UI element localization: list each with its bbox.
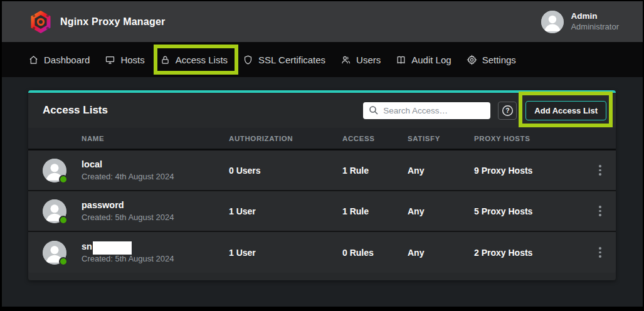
column-header-proxy-hosts: PROXY HOSTS [474, 135, 587, 142]
nav-item-label: Settings [482, 55, 516, 65]
access-list-created: Created: 5th August 2024 [82, 253, 229, 265]
nav-item-ssl-certificates[interactable]: SSL Certificates [243, 55, 325, 65]
access-list-name: local [82, 158, 229, 171]
help-button[interactable]: ? [498, 102, 517, 120]
redaction-box [93, 241, 132, 255]
user-avatar [541, 11, 564, 33]
cell-authorization: 1 User [229, 206, 342, 216]
cell-satisfy: Any [408, 248, 474, 258]
access-list-avatar [43, 199, 66, 223]
status-dot [59, 175, 68, 184]
nav-item-label: Users [356, 55, 381, 65]
nav-item-users[interactable]: Users [340, 55, 381, 65]
access-list-avatar [43, 241, 66, 265]
topbar: Nginx Proxy Manager Admin Administrator [0, 1, 644, 42]
help-icon: ? [502, 105, 514, 117]
nav-item-label: Dashboard [44, 55, 90, 65]
window-edge-left [0, 0, 2, 311]
cell-proxy-hosts: 9 Proxy Hosts [474, 166, 587, 176]
add-access-list-button[interactable]: Add Access List [525, 101, 606, 120]
access-list-name: sn [82, 240, 229, 253]
row-menu-button[interactable] [593, 161, 607, 180]
table-row[interactable]: local Created: 4th August 2024 0 Users 1… [28, 150, 616, 191]
monitor-icon [105, 55, 115, 65]
cell-access: 1 Rule [342, 206, 408, 216]
access-list-avatar [43, 159, 66, 182]
cell-satisfy: Any [408, 206, 474, 216]
cell-proxy-hosts: 5 Proxy Hosts [474, 206, 587, 216]
row-menu-button[interactable] [593, 243, 607, 262]
column-header-authorization: AUTHORIZATION [229, 135, 342, 142]
cell-access: 1 Rule [342, 166, 408, 176]
card-header: Access Lists ? Add Access List [28, 93, 616, 128]
page-content: Access Lists ? Add Access List [0, 77, 644, 307]
nav-item-access-lists[interactable]: Access Lists [160, 55, 228, 65]
status-dot [59, 257, 68, 266]
nginx-proxy-manager-logo-icon [30, 10, 51, 34]
table-header: NAME AUTHORIZATION ACCESS SATISFY PROXY … [28, 128, 616, 150]
svg-text:?: ? [505, 107, 509, 114]
cell-authorization: 1 User [229, 248, 342, 258]
users-icon [340, 55, 351, 65]
gear-icon [467, 55, 477, 65]
column-header-satisfy: SATISFY [408, 135, 474, 142]
window-edge-top [0, 0, 644, 1]
row-menu-button[interactable] [593, 202, 607, 221]
nav-item-label: Hosts [120, 55, 144, 65]
app-window: Nginx Proxy Manager Admin Administrator … [0, 0, 644, 311]
access-list-created: Created: 4th August 2024 [82, 171, 229, 183]
app-title: Nginx Proxy Manager [60, 16, 165, 28]
search-input[interactable] [363, 102, 490, 119]
home-icon [28, 55, 39, 65]
cell-access: 0 Rules [342, 248, 408, 258]
status-dot [59, 216, 68, 224]
search-box [363, 102, 490, 119]
book-icon [396, 55, 406, 65]
nav-item-settings[interactable]: Settings [467, 55, 516, 65]
table-row[interactable]: sn Created: 5th August 2024 1 User 0 Rul… [28, 232, 616, 273]
nav-item-label: Audit Log [411, 55, 451, 65]
cell-proxy-hosts: 2 Proxy Hosts [474, 248, 587, 258]
column-header-name: NAME [82, 135, 229, 142]
brand: Nginx Proxy Manager [30, 10, 165, 34]
window-edge-bottom [0, 307, 644, 311]
shield-icon [243, 55, 253, 65]
nav-item-label: Access Lists [176, 55, 228, 65]
nav-item-hosts[interactable]: Hosts [105, 55, 144, 65]
table-row[interactable]: password Created: 5th August 2024 1 User… [28, 191, 616, 232]
search-icon [369, 105, 379, 115]
nav-item-audit-log[interactable]: Audit Log [396, 55, 451, 65]
access-lists-card: Access Lists ? Add Access List [28, 90, 616, 280]
user-menu[interactable]: Admin Administrator [541, 11, 619, 33]
cell-authorization: 0 Users [229, 166, 342, 176]
user-name: Admin [571, 11, 619, 22]
access-list-name: password [82, 199, 229, 212]
nav-item-label: SSL Certificates [258, 55, 325, 65]
user-role: Administrator [571, 22, 619, 32]
access-list-created: Created: 5th August 2024 [82, 212, 229, 224]
cell-satisfy: Any [408, 166, 474, 176]
lock-icon [160, 55, 171, 65]
main-nav: Dashboard Hosts Access Lists SSL Certifi… [0, 42, 644, 77]
column-header-access: ACCESS [342, 135, 408, 142]
nav-item-dashboard[interactable]: Dashboard [28, 55, 90, 65]
page-title: Access Lists [43, 104, 356, 117]
